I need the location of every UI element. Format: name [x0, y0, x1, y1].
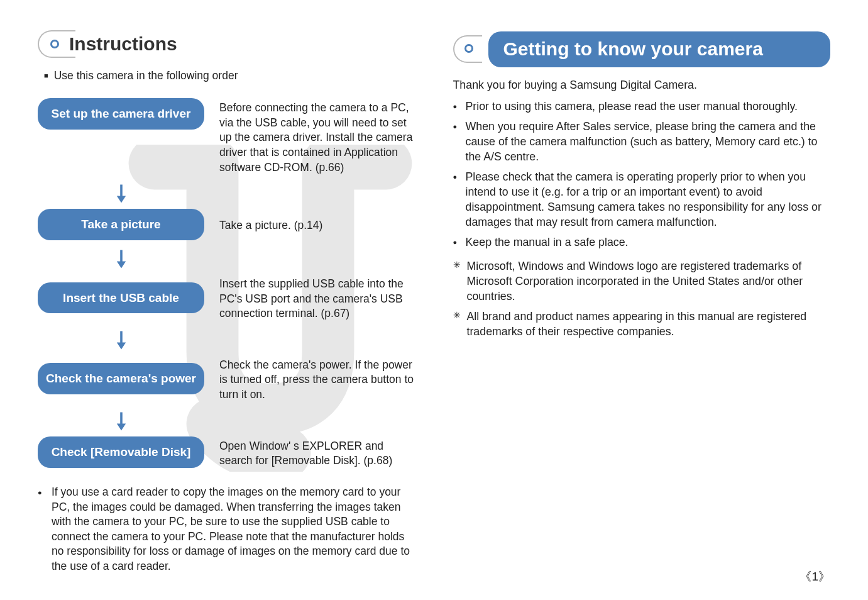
right-column: Getting to know your camera Thank you fo…	[453, 31, 831, 574]
arrow-down-icon	[116, 249, 127, 269]
flow-arrow	[38, 244, 204, 274]
list-item: When you require After Sales service, pl…	[453, 119, 831, 164]
flow-step: Take a picture Take a picture. (p.14)	[38, 209, 415, 240]
arrow-down-icon	[116, 411, 127, 431]
list-item: Microsoft, Windows and Windows logo are …	[453, 258, 831, 304]
getting-to-know-title: Getting to know your camera	[488, 31, 831, 67]
flow-arrow	[38, 325, 204, 355]
step-desc: Insert the supplied USB cable into the P…	[219, 277, 415, 321]
step-pill: Insert the USB cable	[38, 282, 204, 314]
list-item: All brand and product names appearing in…	[453, 309, 831, 339]
instruction-flow: Set up the camera driver Before connecti…	[38, 98, 415, 472]
page-number: 《1》	[799, 569, 830, 585]
trademark-list: Microsoft, Windows and Windows logo are …	[453, 258, 831, 339]
step-desc: Open Window' s EXPLORER and search for […	[219, 439, 415, 469]
step-pill: Check the camera's power	[38, 363, 204, 394]
left-intro: Use this camera in the following order	[44, 69, 415, 84]
list-item: Prior to using this camera, please read …	[453, 99, 831, 114]
left-title-header: Instructions	[38, 31, 415, 57]
step-desc: Before connecting the camera to a PC, vi…	[219, 101, 415, 175]
arrow-down-icon	[116, 330, 127, 350]
list-item: Keep the manual in a safe place.	[453, 235, 831, 250]
step-pill: Check [Removable Disk]	[38, 436, 204, 468]
right-intro: Thank you for buying a Samsung Digital C…	[453, 77, 831, 92]
instructions-title: Instructions	[69, 31, 177, 57]
page-columns: Instructions Use this camera in the foll…	[38, 31, 830, 574]
flow-arrow	[38, 179, 204, 209]
flow-step: Check the camera's power Check the camer…	[38, 355, 415, 403]
step-desc: Check the camera's power. If the power i…	[219, 358, 415, 403]
step-desc: Take a picture. (p.14)	[219, 218, 415, 233]
flow-step: Set up the camera driver Before connecti…	[38, 98, 415, 175]
flow-step: Insert the USB cable Insert the supplied…	[38, 274, 415, 321]
flow-step: Check [Removable Disk] Open Window' s EX…	[38, 436, 415, 469]
right-title-header: Getting to know your camera	[453, 31, 831, 67]
flow-arrow	[38, 406, 204, 436]
header-dot-icon	[464, 44, 473, 53]
arrow-down-icon	[116, 184, 127, 204]
right-bullet-list: Prior to using this camera, please read …	[453, 99, 831, 250]
list-item: Please check that the camera is operatin…	[453, 169, 831, 230]
step-pill: Set up the camera driver	[38, 98, 204, 130]
left-footnote: If you use a card reader to copy the ima…	[38, 485, 415, 574]
step-pill: Take a picture	[38, 209, 204, 240]
left-column: Instructions Use this camera in the foll…	[38, 31, 415, 574]
